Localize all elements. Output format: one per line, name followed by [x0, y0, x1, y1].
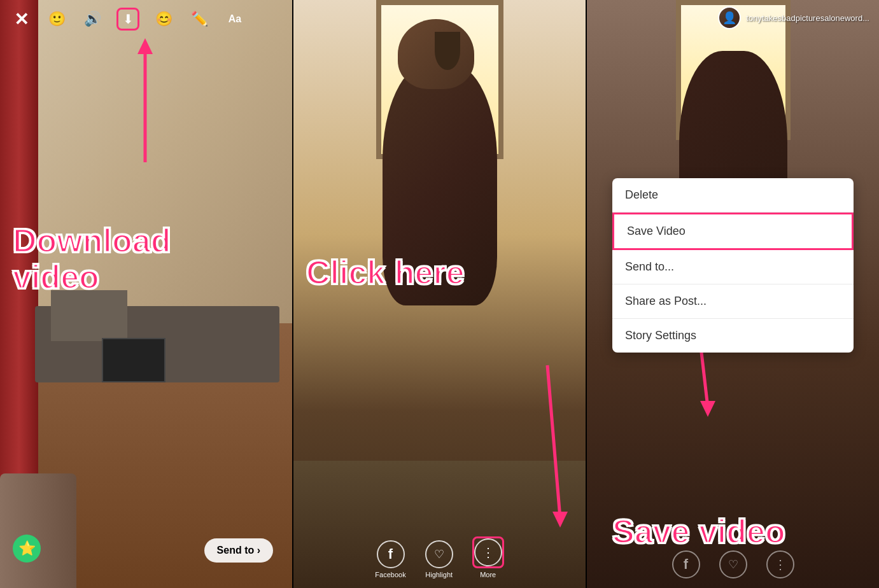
profile-name: tonytakesbadpicturesaloneword... — [746, 13, 869, 23]
panel-click-here: Click here f Facebook ♡ Highlight ⋮ More — [293, 0, 586, 588]
download-arrow — [126, 35, 164, 175]
top-toolbar: ✕ 🙂 🔊 ⬇ 😊 ✏️ Aa — [0, 0, 292, 38]
profile-avatar[interactable]: 👤 — [718, 6, 741, 29]
room-shelf — [51, 290, 127, 341]
download-label: Download video — [13, 223, 171, 295]
highlight-icon: ♡ — [425, 540, 453, 568]
more-icon-3: ⋮ — [766, 550, 794, 578]
click-here-label: Click here — [306, 255, 465, 291]
svg-marker-5 — [700, 401, 715, 417]
star-icon[interactable]: ⭐ — [13, 535, 41, 563]
facebook-button[interactable]: f Facebook — [375, 540, 405, 578]
highlight-icon-3: ♡ — [719, 550, 747, 578]
panel-save-video: 👤 tonytakesbadpicturesaloneword... Delet… — [587, 0, 879, 588]
dog-ear — [435, 32, 460, 70]
svg-marker-1 — [137, 38, 153, 54]
menu-item-save-video[interactable]: Save Video — [612, 213, 854, 250]
bottom-toolbar-3: f ♡ ⋮ — [587, 531, 879, 588]
more-button-3[interactable]: ⋮ — [766, 550, 794, 578]
svg-marker-3 — [552, 512, 568, 528]
svg-line-2 — [547, 365, 560, 518]
bottom-toolbar: f Facebook ♡ Highlight ⋮ More — [293, 531, 586, 588]
draw-icon[interactable]: ✏️ — [188, 8, 211, 31]
menu-item-story-settings[interactable]: Story Settings — [612, 319, 854, 353]
profile-header: 👤 tonytakesbadpicturesaloneword... — [718, 6, 869, 29]
download-icon[interactable]: ⬇ — [116, 8, 139, 31]
sticker-icon[interactable]: 😊 — [152, 8, 175, 31]
text-icon[interactable]: Aa — [223, 8, 246, 31]
context-menu: Delete Save Video Send to... Share as Po… — [612, 178, 854, 353]
send-to-button[interactable]: Send to › — [204, 538, 273, 563]
panel-download-video: ✕ 🙂 🔊 ⬇ 😊 ✏️ Aa Download video ⭐ Send to… — [0, 0, 292, 588]
face-filter-icon[interactable]: 🙂 — [45, 8, 68, 31]
close-icon[interactable]: ✕ — [10, 8, 32, 31]
menu-item-share-post[interactable]: Share as Post... — [612, 284, 854, 319]
menu-item-delete[interactable]: Delete — [612, 178, 854, 213]
room-couch — [0, 473, 76, 588]
more-dots-icon: ⋮ — [474, 538, 502, 566]
facebook-button-3[interactable]: f — [672, 550, 700, 578]
menu-item-send-to[interactable]: Send to... — [612, 250, 854, 284]
facebook-icon-3: f — [672, 550, 700, 578]
more-button-box: ⋮ — [472, 536, 504, 568]
highlight-button[interactable]: ♡ Highlight — [425, 540, 453, 578]
more-arrow — [516, 359, 579, 537]
facebook-icon: f — [377, 540, 405, 568]
highlight-button-3[interactable]: ♡ — [719, 550, 747, 578]
audio-icon[interactable]: 🔊 — [81, 8, 104, 31]
room-tv — [102, 338, 165, 382]
more-button[interactable]: ⋮ More — [472, 536, 504, 578]
